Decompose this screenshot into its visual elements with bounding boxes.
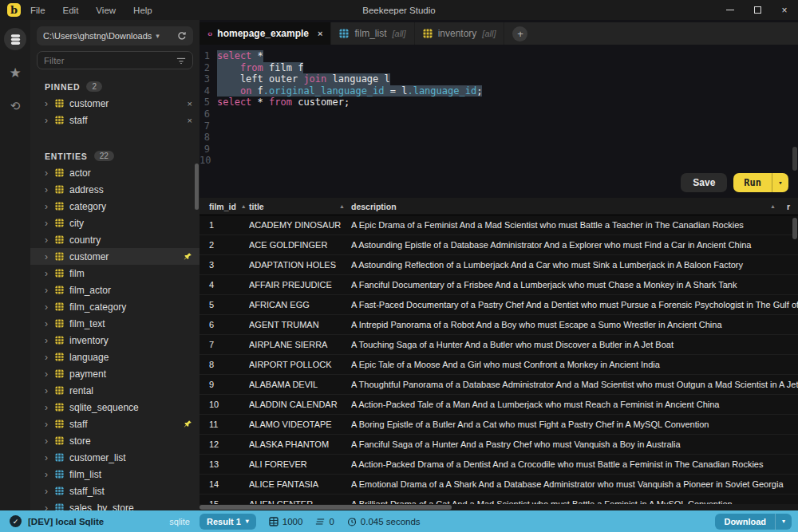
cell-title[interactable]: AGENT TRUMAN xyxy=(249,320,351,329)
chevron-right-icon[interactable]: › xyxy=(45,184,55,195)
cell-film-id[interactable]: 10 xyxy=(200,400,249,409)
table-row[interactable]: 9 ALABAMA DEVIL A Thoughtful Panorama of… xyxy=(200,375,798,395)
unpin-close-icon[interactable]: × xyxy=(188,99,192,108)
chevron-right-icon[interactable]: › xyxy=(45,486,55,497)
entity-item[interactable]: › inventory xyxy=(30,332,200,349)
entity-item[interactable]: › staff_list xyxy=(30,483,200,499)
sort-asc-icon[interactable]: ▲ xyxy=(770,203,776,209)
entity-item[interactable]: › payment xyxy=(30,365,200,382)
entity-item[interactable]: › sales_by_store xyxy=(30,499,200,510)
column-header-film-id[interactable]: film_id▲ xyxy=(200,202,249,211)
horizontal-scrollbar-track[interactable] xyxy=(200,504,798,510)
cell-title[interactable]: ALASKA PHANTOM xyxy=(249,439,351,449)
entity-item[interactable]: › store xyxy=(30,432,200,449)
table-row[interactable]: 12 ALASKA PHANTOM A Fanciful Saga of a H… xyxy=(200,435,798,455)
table-row[interactable]: 11 ALAMO VIDEOTAPE A Boring Epistle of a… xyxy=(200,415,798,435)
history-nav-icon[interactable]: ⟲ xyxy=(4,95,26,117)
cell-title[interactable]: ALADDIN CALENDAR xyxy=(249,400,351,409)
cell-description[interactable]: A Fast-Paced Documentary of a Pastry Che… xyxy=(351,300,798,309)
chevron-right-icon[interactable]: › xyxy=(45,285,55,296)
cell-film-id[interactable]: 4 xyxy=(200,280,249,290)
cell-film-id[interactable]: 11 xyxy=(200,420,249,429)
cell-film-id[interactable]: 13 xyxy=(200,459,249,469)
cell-film-id[interactable]: 6 xyxy=(200,320,249,329)
entity-item[interactable]: › film_list xyxy=(30,466,200,483)
cell-description[interactable]: A Epic Drama of a Feminist And a Mad Sci… xyxy=(351,220,798,230)
table-row[interactable]: 4 AFFAIR PREJUDICE A Fanciful Documentar… xyxy=(200,275,798,295)
cell-description[interactable]: A Fanciful Saga of a Hunter And a Pastry… xyxy=(351,439,798,449)
entity-item[interactable]: › country xyxy=(30,231,200,248)
close-button[interactable]: × xyxy=(771,0,798,20)
refresh-icon[interactable] xyxy=(177,31,187,41)
editor-line[interactable]: 7 xyxy=(200,120,798,132)
cell-film-id[interactable]: 12 xyxy=(200,439,249,449)
chevron-right-icon[interactable]: › xyxy=(45,435,55,447)
table-row[interactable]: 1 ACADEMY DINOSAUR A Epic Drama of a Fem… xyxy=(200,215,798,235)
chevron-right-icon[interactable]: › xyxy=(45,452,55,463)
pinned-item[interactable]: › staff × xyxy=(30,112,200,128)
cell-title[interactable]: ACE GOLDFINGER xyxy=(249,240,351,250)
cell-film-id[interactable]: 8 xyxy=(200,360,249,369)
cell-description[interactable]: A Fanciful Documentary of a Frisbee And … xyxy=(351,280,798,290)
tab[interactable]: ‹› film_list [all] × xyxy=(331,22,414,45)
entity-item[interactable]: › customer_list xyxy=(30,449,200,466)
cell-film-id[interactable]: 7 xyxy=(200,340,249,349)
entity-item[interactable]: › customer xyxy=(30,248,200,265)
editor-scrollbar[interactable] xyxy=(792,147,797,171)
filter-icon[interactable] xyxy=(176,57,186,65)
entity-item[interactable]: › actor xyxy=(30,164,200,181)
entity-item[interactable]: › film xyxy=(30,265,200,282)
chevron-right-icon[interactable]: › xyxy=(45,218,55,229)
cell-description[interactable]: A Thoughtful Panorama of a Database Admi… xyxy=(351,380,798,389)
entity-item[interactable]: › staff xyxy=(30,416,200,432)
table-row[interactable]: 2 ACE GOLDFINGER A Astounding Epistle of… xyxy=(200,235,798,255)
entity-item[interactable]: › rental xyxy=(30,382,200,399)
table-row[interactable]: 3 ADAPTATION HOLES A Astounding Reflecti… xyxy=(200,255,798,275)
chevron-right-icon[interactable]: › xyxy=(45,368,55,380)
tables-nav-icon[interactable] xyxy=(4,28,26,50)
table-row[interactable]: 5 AFRICAN EGG A Fast-Paced Documentary o… xyxy=(200,295,798,315)
chevron-right-icon[interactable]: › xyxy=(45,251,55,262)
pin-icon[interactable] xyxy=(184,420,192,428)
cell-title[interactable]: ALABAMA DEVIL xyxy=(249,380,351,389)
cell-description[interactable]: A Boring Epistle of a Butler And a Cat w… xyxy=(351,420,798,429)
editor-line[interactable]: 9 xyxy=(200,144,798,156)
cell-description[interactable]: A Epic Tale of a Moose And a Girl who mu… xyxy=(351,360,798,369)
editor-line[interactable]: 4 on f.original_language_id = l.language… xyxy=(200,85,798,97)
table-row[interactable]: 8 AIRPORT POLLOCK A Epic Tale of a Moose… xyxy=(200,355,798,375)
filter-input[interactable]: Filter xyxy=(37,51,193,69)
cell-title[interactable]: ADAPTATION HOLES xyxy=(249,260,351,270)
editor-line[interactable]: 3 left outer join language l xyxy=(200,73,798,85)
cell-description[interactable]: A Astounding Reflection of a Lumberjack … xyxy=(351,260,798,270)
entity-item[interactable]: › film_actor xyxy=(30,282,200,298)
table-row[interactable]: 13 ALI FOREVER A Action-Packed Drama of … xyxy=(200,455,798,475)
editor-line[interactable]: 8 xyxy=(200,132,798,144)
save-button[interactable]: Save xyxy=(681,173,727,192)
column-header-clipped[interactable]: r xyxy=(787,202,798,211)
pinned-item[interactable]: › customer × xyxy=(30,95,200,112)
chevron-right-icon[interactable]: › xyxy=(45,402,55,413)
table-row[interactable]: 6 AGENT TRUMAN A Intrepid Panorama of a … xyxy=(200,315,798,335)
cell-film-id[interactable]: 1 xyxy=(200,220,249,230)
chevron-right-icon[interactable]: › xyxy=(45,167,55,179)
results-scrollbar[interactable] xyxy=(792,218,797,239)
result-selector-button[interactable]: Result 1▾ xyxy=(200,514,256,530)
connection-status[interactable]: ✓ [DEV] local Sqlite sqlite xyxy=(0,515,200,527)
sort-asc-icon[interactable]: ▲ xyxy=(339,203,345,209)
cell-description[interactable]: A Action-Packed Tale of a Man And a Lumb… xyxy=(351,400,798,409)
horizontal-scrollbar-thumb[interactable] xyxy=(200,505,452,510)
new-tab-button[interactable]: + xyxy=(512,26,527,41)
chevron-right-icon[interactable]: › xyxy=(45,201,55,212)
cell-description[interactable]: A Astounding Epistle of a Database Admin… xyxy=(351,240,798,250)
maximize-button[interactable] xyxy=(744,0,771,20)
cell-film-id[interactable]: 9 xyxy=(200,380,249,389)
editor-line[interactable]: 6 xyxy=(200,108,798,120)
cell-title[interactable]: ALICE FANTASIA xyxy=(249,479,351,489)
unpin-close-icon[interactable]: × xyxy=(188,116,192,125)
download-label[interactable]: Download xyxy=(715,514,775,530)
cell-film-id[interactable]: 3 xyxy=(200,260,249,270)
run-button[interactable]: Run ▾ xyxy=(733,173,788,192)
table-row[interactable]: 15 ALIEN CENTER A Brilliant Drama of a C… xyxy=(200,495,798,504)
chevron-right-icon[interactable]: › xyxy=(45,352,55,363)
entity-item[interactable]: › city xyxy=(30,215,200,231)
